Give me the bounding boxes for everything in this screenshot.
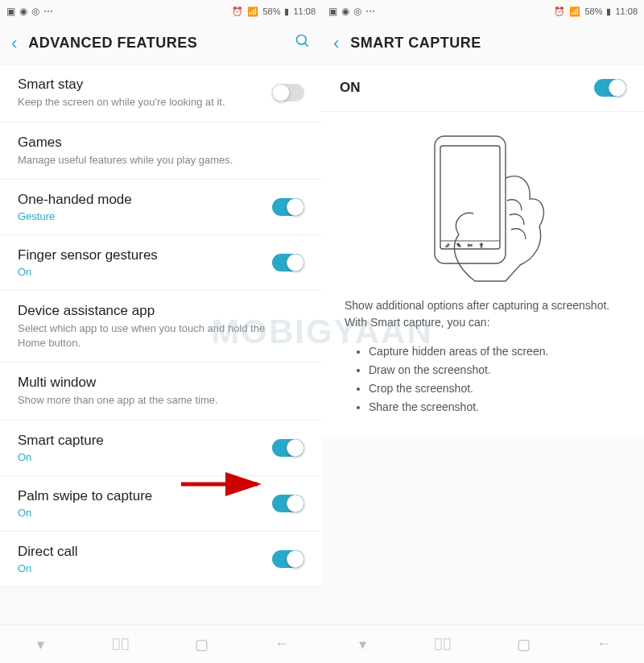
label: Direct call — [18, 544, 262, 560]
svg-point-0 — [297, 35, 307, 45]
item-one-handed[interactable]: One-handed modeGesture — [0, 180, 322, 235]
settings-list[interactable]: Smart stayKeep the screen on while you'r… — [0, 64, 322, 624]
svg-text:⇪: ⇪ — [479, 242, 484, 248]
svg-line-1 — [305, 44, 308, 47]
hide-keyboard-icon[interactable]: ▾ — [0, 625, 80, 663]
battery-icon: ▮ — [284, 6, 289, 17]
feature-bullets: Capture hidden areas of the screen. Draw… — [322, 338, 644, 437]
battery-pct: 58% — [584, 6, 602, 16]
toggle-finger-sensor[interactable] — [272, 254, 304, 271]
back-icon[interactable]: ‹ — [333, 33, 339, 54]
gallery-icon: ▣ — [6, 6, 15, 17]
master-switch-row[interactable]: ON — [322, 64, 644, 112]
appbar: ‹ SMART CAPTURE — [322, 23, 644, 64]
desc: Manage useful features while you play ga… — [18, 153, 295, 168]
toggle-smart-capture[interactable] — [272, 439, 304, 457]
signal-icon: 📶 — [569, 6, 580, 17]
sub: On — [18, 451, 262, 463]
bullet: Crop the screenshot. — [369, 382, 610, 395]
status-bar: ▣ ◉ ◎ ⋯ ⏰ 📶 58% ▮ 11:08 — [0, 0, 322, 23]
label: One-handed mode — [18, 192, 262, 208]
android-navbar: ▾ ⌷⌷ ▢ ← — [322, 624, 644, 663]
back-icon[interactable]: ‹ — [11, 33, 17, 54]
bullet: Share the screenshot. — [369, 400, 610, 413]
status-bar: ▣ ◉ ◎ ⋯ ⏰ 📶 58% ▮ 11:08 — [322, 0, 644, 23]
home-icon[interactable]: ▢ — [483, 625, 564, 663]
toggle-master[interactable] — [594, 79, 626, 97]
item-smart-stay[interactable]: Smart stayKeep the screen on while you'r… — [0, 64, 322, 122]
back-nav-icon[interactable]: ← — [564, 625, 644, 663]
back-nav-icon[interactable]: ← — [242, 625, 322, 663]
toggle-one-handed[interactable] — [272, 198, 304, 216]
battery-pct: 58% — [262, 6, 280, 16]
label: Multi window — [18, 375, 295, 391]
recents-icon[interactable]: ⌷⌷ — [402, 625, 483, 663]
sub: On — [18, 266, 262, 278]
instagram-icon: ◎ — [31, 6, 39, 17]
home-icon[interactable]: ▢ — [161, 625, 242, 663]
item-multi-window[interactable]: Multi windowShow more than one app at th… — [0, 363, 322, 421]
toggle-direct-call[interactable] — [272, 550, 304, 568]
item-smart-capture[interactable]: Smart captureOn — [0, 421, 322, 476]
recents-icon[interactable]: ⌷⌷ — [80, 625, 161, 663]
desc: Show more than one app at the same time. — [18, 393, 295, 408]
label: Finger sensor gestures — [18, 247, 262, 263]
gallery-icon: ▣ — [328, 6, 337, 17]
svg-rect-5 — [440, 146, 500, 249]
toggle-smart-stay[interactable] — [272, 84, 304, 102]
app-icon: ◉ — [341, 6, 349, 17]
search-icon[interactable] — [295, 33, 311, 53]
page-title: ADVANCED FEATURES — [28, 35, 283, 52]
instagram-icon: ◎ — [353, 6, 361, 17]
more-icon: ⋯ — [43, 6, 53, 17]
alarm-icon: ⏰ — [554, 6, 565, 17]
sub: Gesture — [18, 210, 262, 222]
desc: Keep the screen on while you're looking … — [18, 95, 262, 110]
label: Palm swipe to capture — [18, 488, 262, 504]
item-direct-call[interactable]: Direct callOn — [0, 532, 322, 587]
time: 11:08 — [293, 6, 316, 16]
switch-label: ON — [340, 80, 361, 96]
hide-keyboard-icon[interactable]: ▾ — [322, 625, 402, 663]
label: Smart capture — [18, 433, 262, 449]
item-palm-swipe[interactable]: Palm swipe to captureOn — [0, 476, 322, 532]
signal-icon: 📶 — [247, 6, 258, 17]
bullet: Draw on the screenshot. — [369, 363, 610, 376]
time: 11:08 — [615, 6, 638, 16]
label: Games — [18, 135, 295, 151]
battery-icon: ▮ — [606, 6, 611, 17]
phone-left: ▣ ◉ ◎ ⋯ ⏰ 📶 58% ▮ 11:08 ‹ ADVANCED FEATU… — [0, 0, 322, 663]
detail-content: ON ⤢✎✂⇪ Show additional options after ca… — [322, 64, 644, 624]
phone-right: ▣ ◉ ◎ ⋯ ⏰ 📶 58% ▮ 11:08 ‹ SMART CAPTURE … — [322, 0, 644, 663]
svg-text:✂: ✂ — [468, 242, 473, 248]
alarm-icon: ⏰ — [232, 6, 243, 17]
bullet: Capture hidden areas of the screen. — [369, 345, 610, 358]
svg-text:✎: ✎ — [456, 242, 461, 248]
item-device-assistance[interactable]: Device assistance appSelect which app to… — [0, 291, 322, 363]
desc: Select which app to use when you touch a… — [18, 321, 295, 350]
app-icon: ◉ — [19, 6, 27, 17]
toggle-palm-swipe[interactable] — [272, 495, 304, 512]
label: Device assistance app — [18, 303, 295, 319]
item-finger-sensor[interactable]: Finger sensor gesturesOn — [0, 235, 322, 291]
svg-text:⤢: ⤢ — [445, 242, 450, 248]
label: Smart stay — [18, 77, 262, 93]
item-games[interactable]: GamesManage useful features while you pl… — [0, 122, 322, 180]
page-title: SMART CAPTURE — [350, 35, 633, 52]
more-icon: ⋯ — [365, 6, 375, 17]
android-navbar: ▾ ⌷⌷ ▢ ← — [0, 624, 322, 663]
appbar: ‹ ADVANCED FEATURES — [0, 23, 322, 64]
sub: On — [18, 562, 262, 574]
hand-phone-illustration: ⤢✎✂⇪ — [322, 112, 644, 292]
sub: On — [18, 507, 262, 519]
description-text: Show additional options after capturing … — [322, 292, 644, 338]
